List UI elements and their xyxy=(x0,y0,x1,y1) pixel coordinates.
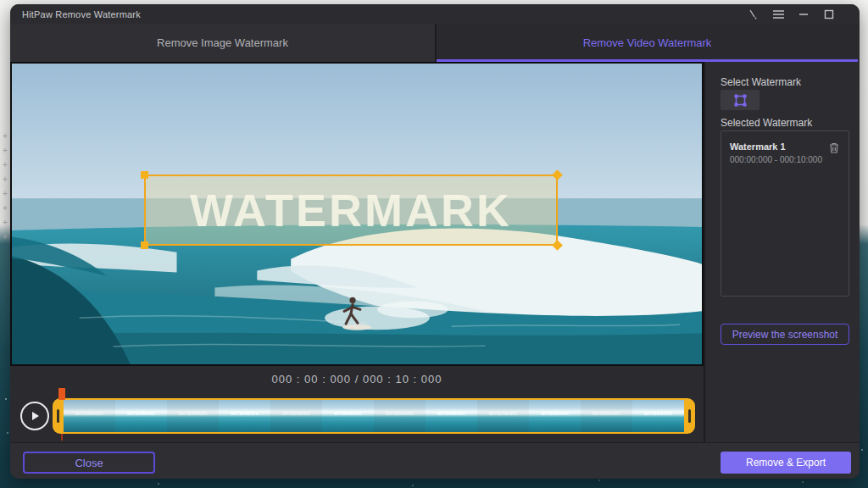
title-bar: HitPaw Remove Watermark xyxy=(10,4,860,24)
marquee-select-button[interactable] xyxy=(721,90,760,110)
footer-bar: Close Remove & Export xyxy=(10,442,860,479)
time-display: 000 : 00 : 000 / 000 : 10 : 000 xyxy=(10,373,704,385)
playhead-marker[interactable] xyxy=(58,388,65,400)
filmstrip-thumbs: WATERMARKWATERMARKWATERMARKWATERMARKWATE… xyxy=(64,400,684,432)
trim-handle-right[interactable] xyxy=(684,398,695,434)
play-button[interactable] xyxy=(20,402,49,430)
remove-export-button[interactable]: Remove & Export xyxy=(721,452,851,474)
selected-watermark-list: Watermark 1 000:00:000 - 000:10:000 xyxy=(721,130,849,297)
window-title: HitPaw Remove Watermark xyxy=(10,9,141,19)
filmstrip-thumb: WATERMARK xyxy=(219,400,270,432)
plus-mark: + xyxy=(0,186,10,201)
tab-remove-image-watermark[interactable]: Remove Image Watermark xyxy=(10,24,437,62)
close-button[interactable]: Close xyxy=(23,452,155,474)
filmstrip-thumb: WATERMARK xyxy=(426,400,477,432)
watermark-item-range: 000:00:000 - 000:10:000 xyxy=(730,155,840,164)
plus-mark: + xyxy=(0,215,10,230)
app-window: HitPaw Remove Watermark Remove Image Wat… xyxy=(10,4,860,479)
trim-grip xyxy=(688,409,691,423)
filmstrip-thumb: WATERMARK xyxy=(529,400,581,432)
selection-handle-top-left[interactable] xyxy=(141,171,148,179)
video-preview-frame: WATERMARK xyxy=(10,62,704,366)
trim-handle-left[interactable] xyxy=(53,398,64,434)
plus-mark: + xyxy=(0,201,10,215)
watermark-selection-box[interactable]: WATERMARK xyxy=(144,175,558,246)
player-panel: 000 : 00 : 000 / 000 : 10 : 000 WATERMAR… xyxy=(10,366,704,442)
tab-remove-video-watermark[interactable]: Remove Video Watermark xyxy=(437,24,858,62)
trim-grip xyxy=(57,409,59,423)
tab-bar: Remove Image Watermark Remove Video Wate… xyxy=(10,24,860,62)
filmstrip-thumb: WATERMARK xyxy=(322,400,374,432)
tab-image-label: Remove Image Watermark xyxy=(157,36,288,49)
watermark-item-name: Watermark 1 xyxy=(730,141,840,152)
pen-icon[interactable] xyxy=(746,8,760,21)
sidebar: Select Watermark Selected Watermark Wate… xyxy=(704,62,860,442)
marquee-select-icon xyxy=(733,93,748,108)
plus-mark: + xyxy=(0,129,10,143)
minimize-icon[interactable] xyxy=(797,8,810,21)
filmstrip-thumb: WATERMARK xyxy=(167,400,219,432)
plus-mark: + xyxy=(0,230,10,244)
selection-handle-bottom-left[interactable] xyxy=(141,241,148,249)
filmstrip-thumb: WATERMARK xyxy=(632,400,684,432)
filmstrip-thumb: WATERMARK xyxy=(64,400,115,432)
maximize-icon[interactable] xyxy=(822,8,836,21)
plus-mark: + xyxy=(0,172,10,186)
filmstrip-thumb: WATERMARK xyxy=(270,400,322,432)
filmstrip-thumb: WATERMARK xyxy=(374,400,426,432)
preview-screenshot-button[interactable]: Preview the screenshot xyxy=(721,324,849,345)
menu-icon[interactable] xyxy=(771,8,785,21)
background-plus-marks: ++++++++ xyxy=(0,129,10,244)
video-preview[interactable]: WATERMARK xyxy=(12,64,702,364)
selected-watermark-label: Selected Watermark xyxy=(721,117,812,129)
timeline-filmstrip[interactable]: WATERMARKWATERMARKWATERMARKWATERMARKWATE… xyxy=(53,398,695,434)
tab-video-label: Remove Video Watermark xyxy=(583,36,712,49)
plus-mark: + xyxy=(0,143,10,158)
filmstrip-thumb: WATERMARK xyxy=(115,400,167,432)
filmstrip-thumb: WATERMARK xyxy=(581,400,632,432)
select-watermark-label: Select Watermark xyxy=(721,76,801,88)
play-icon xyxy=(29,410,41,422)
trash-icon xyxy=(828,141,840,154)
window-controls xyxy=(746,4,836,24)
filmstrip-thumb: WATERMARK xyxy=(477,400,529,432)
wallpaper-speckles xyxy=(5,398,7,400)
plus-mark: + xyxy=(0,158,10,172)
delete-watermark-button[interactable] xyxy=(828,141,842,155)
watermark-overlay-text: WATERMARK xyxy=(190,184,512,236)
watermark-list-item[interactable]: Watermark 1 000:00:000 - 000:10:000 xyxy=(721,131,849,175)
